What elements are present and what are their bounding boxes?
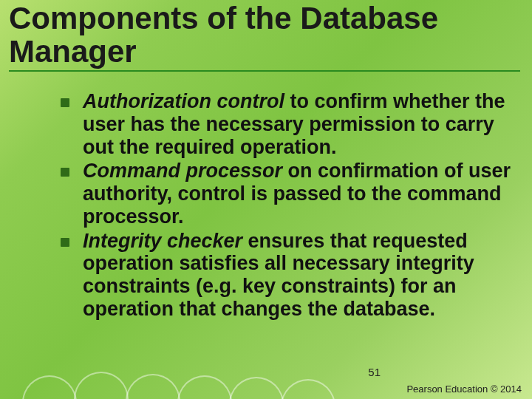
- bullet-term: Command processor: [83, 160, 282, 182]
- list-item: Command processor on confirmation of use…: [52, 160, 513, 228]
- bullet-list: Authorization control to confirm whether…: [52, 90, 513, 322]
- arch-shape: [177, 375, 232, 399]
- arch-shape: [281, 379, 335, 399]
- arch-shape: [229, 377, 284, 399]
- page-number: 51: [368, 366, 381, 378]
- arch-shape: [126, 374, 180, 399]
- arch-shape: [74, 372, 129, 399]
- bullet-term: Authorization control: [83, 90, 284, 112]
- footer-copyright: Pearson Education © 2014: [406, 383, 522, 395]
- list-item: Integrity checker ensures that requested…: [52, 230, 513, 321]
- slide: Components of the Database Manager Autho…: [0, 0, 532, 399]
- arch-shape: [22, 375, 77, 399]
- list-item: Authorization control to confirm whether…: [52, 90, 513, 158]
- slide-title: Components of the Database Manager: [9, 1, 520, 72]
- bullet-term: Integrity checker: [83, 230, 242, 252]
